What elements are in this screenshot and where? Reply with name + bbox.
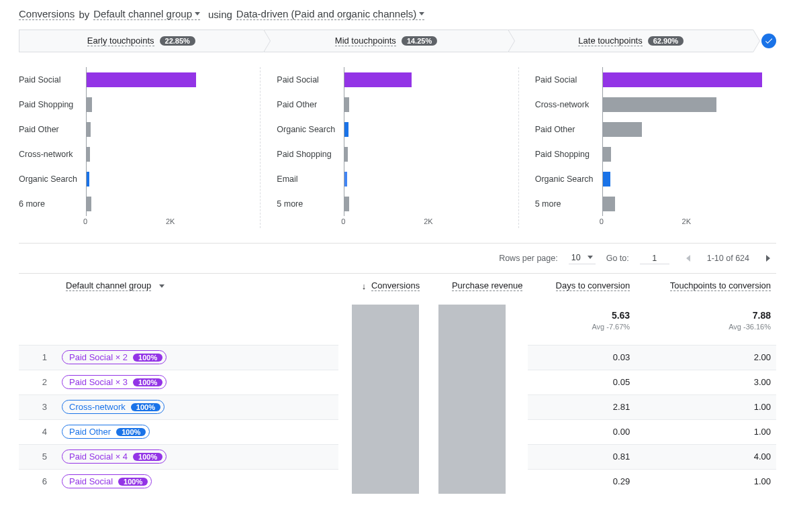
chart-row: Paid Social — [535, 67, 771, 92]
channel-chip[interactable]: Paid Other100% — [62, 425, 150, 439]
cell-days: 2.81 — [528, 394, 635, 419]
channel-chip[interactable]: Paid Social × 3100% — [62, 375, 167, 389]
stage-tab[interactable]: Mid touchpoints14.25% — [264, 30, 509, 52]
dimension-header[interactable]: Default channel group — [19, 274, 338, 305]
chart-row: Organic Search — [277, 117, 512, 142]
chart-bar — [603, 72, 763, 87]
chip-pct-badge: 100% — [118, 478, 148, 486]
hbar-chart: Paid SocialCross-networkPaid OtherPaid S… — [518, 67, 776, 228]
row-index: 4 — [19, 419, 56, 444]
goto-input[interactable] — [640, 253, 669, 264]
dimension-picker[interactable]: Default channel group — [93, 8, 200, 20]
chevron-right-icon — [766, 255, 770, 262]
metric-name: Conversions — [19, 8, 75, 20]
chip-label: Paid Social × 3 — [69, 377, 128, 387]
chart-bar — [344, 97, 348, 112]
caret-down-icon — [159, 284, 165, 288]
chart-bar — [87, 122, 91, 137]
chart-row-label: Paid Shopping — [19, 100, 86, 109]
chart-bar — [603, 97, 716, 112]
chart-row: Paid Shopping — [277, 142, 512, 166]
chart-bar — [87, 197, 91, 211]
row-index: 5 — [19, 444, 56, 469]
caret-down-icon — [419, 12, 424, 15]
hbar-chart: Paid SocialPaid ShoppingPaid OtherCross-… — [19, 67, 260, 228]
chart-row: Paid Social — [19, 67, 254, 92]
chart-row: Paid Shopping — [19, 92, 254, 117]
chart-row-label: 6 more — [19, 199, 86, 209]
chip-pct-badge: 100% — [133, 354, 162, 362]
prev-page-button[interactable] — [680, 250, 696, 266]
chart-row-label: Paid Social — [277, 75, 344, 85]
cell-days: 0.00 — [528, 419, 635, 444]
stage-pct-badge: 14.25% — [402, 36, 437, 46]
channel-chip[interactable]: Paid Social × 2100% — [62, 350, 167, 364]
cell-touchpoints: 1.00 — [635, 469, 776, 494]
report-header: Conversions by Default channel group usi… — [19, 5, 776, 30]
model-picker[interactable]: Data-driven (Paid and organic channels) — [236, 8, 424, 20]
touchpoint-stages: Early touchpoints22.85%Mid touchpoints14… — [19, 30, 776, 52]
chart-row: Organic Search — [19, 166, 254, 191]
row-index: 6 — [19, 469, 56, 494]
row-index: 2 — [19, 370, 56, 394]
chart-bar — [603, 197, 616, 211]
chart-row: Paid Other — [19, 117, 254, 142]
channel-chip[interactable]: Cross-network100% — [62, 400, 165, 414]
chart-row: 5 more — [277, 191, 512, 216]
check-circle-icon — [761, 34, 776, 48]
col-touchpoints[interactable]: Touchpoints to conversion — [635, 274, 776, 305]
channel-chip[interactable]: Paid Social × 4100% — [62, 449, 167, 464]
chart-row: Organic Search — [535, 166, 771, 191]
stage-tab[interactable]: Early touchpoints22.85% — [19, 30, 264, 52]
chart-bar — [87, 97, 92, 112]
chip-pct-badge: 100% — [131, 403, 160, 411]
cell-days: 0.05 — [528, 370, 635, 394]
chip-label: Paid Social × 4 — [69, 451, 128, 462]
chart-row-label: Organic Search — [19, 174, 86, 184]
cell-days: 0.03 — [528, 345, 635, 370]
hbar-chart: Paid SocialPaid OtherOrganic SearchPaid … — [260, 67, 518, 228]
chart-row-label: 5 more — [535, 199, 602, 209]
next-page-button[interactable] — [760, 250, 776, 266]
row-index: 3 — [19, 394, 56, 419]
cell-days: 0.29 — [528, 469, 635, 494]
chip-label: Cross-network — [69, 402, 126, 412]
chevron-left-icon — [686, 255, 690, 262]
col-conversions[interactable]: ↓ Conversions — [338, 274, 425, 305]
chart-x-axis: 02K — [277, 217, 512, 228]
chart-bar — [603, 172, 610, 187]
summary-row: 5.63Avg -7.67%7.88Avg -36.16% — [19, 305, 776, 345]
chart-row: Paid Other — [277, 92, 512, 117]
chart-bar — [344, 147, 348, 162]
chart-row-label: Email — [277, 174, 344, 184]
chart-x-axis: 02K — [535, 217, 771, 228]
chart-row: 6 more — [19, 191, 254, 216]
summary-days: 5.63 — [533, 310, 630, 321]
chip-label: Paid Other — [69, 427, 111, 437]
chart-bar — [344, 122, 348, 137]
col-revenue[interactable]: Purchase revenue — [425, 274, 528, 305]
chip-label: Paid Social — [69, 476, 113, 486]
chart-row: Paid Shopping — [535, 142, 771, 166]
chart-bar — [344, 172, 347, 187]
chart-row: Paid Other — [535, 117, 771, 142]
channel-chip[interactable]: Paid Social100% — [62, 474, 152, 488]
cell-touchpoints: 1.00 — [635, 394, 776, 419]
caret-down-icon — [588, 256, 593, 259]
stage-label: Late touchpoints — [578, 36, 642, 46]
chip-pct-badge: 100% — [133, 378, 162, 386]
chart-row-label: Paid Social — [19, 75, 86, 85]
chart-row-label: Paid Other — [19, 125, 86, 134]
col-days[interactable]: Days to conversion — [528, 274, 635, 305]
chart-bar — [344, 72, 412, 87]
chart-row-label: Paid Other — [535, 125, 602, 134]
stage-tab[interactable]: Late touchpoints62.90% — [508, 30, 753, 52]
cell-touchpoints: 3.00 — [635, 370, 776, 394]
rows-per-page-select[interactable]: 10 — [569, 253, 596, 264]
table-controls: Rows per page: 10 Go to: 1-10 of 624 — [19, 244, 776, 273]
chart-row: Email — [277, 166, 512, 191]
chart-bar — [87, 172, 89, 187]
chart-row-label: Cross-network — [19, 150, 86, 159]
chart-row-label: Paid Other — [277, 100, 344, 109]
chip-pct-badge: 100% — [133, 453, 162, 461]
